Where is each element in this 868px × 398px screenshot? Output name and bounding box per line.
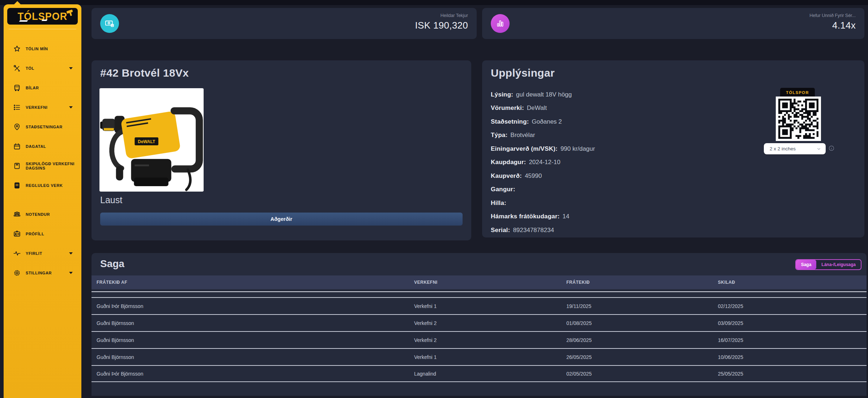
sidebar-item-label: TÓLIN MÍN — [26, 47, 48, 51]
sidebar-divider — [9, 29, 76, 29]
stat-value: ISK 190,320 — [415, 20, 468, 31]
sidebar-item-label: VERKEFNI — [26, 105, 47, 110]
sidebar-item-label: STAÐSETNINGAR — [26, 125, 63, 129]
tool-brand-label: DeWALT — [138, 139, 156, 144]
logo-decoration — [19, 20, 28, 22]
info-fields: Lýsing:gul dewalt 18V högg Vörumerki:DeW… — [491, 88, 595, 237]
sidebar-item-label: PRÓFÍLL — [26, 232, 44, 236]
bus-icon — [13, 84, 21, 92]
tool-status: Laust — [100, 195, 122, 205]
sidebar-item-label: TÓL — [26, 66, 34, 70]
tab-lana-leigusaga[interactable]: Lána-/Leigusaga — [816, 260, 861, 269]
star-icon — [13, 45, 21, 53]
qr-size-select[interactable]: 2 x 2 inches — [764, 143, 826, 154]
book-icon — [13, 181, 21, 189]
info-field: Einingarverð (m/VSK):990 kr/dagur — [491, 142, 595, 156]
history-tabs: Saga Lána-/Leigusaga — [795, 259, 861, 270]
table-row: Guðni Þór BjörnssonLagnalind02/05/202525… — [92, 365, 867, 382]
history-table-header: FRÁTEKIÐ AF VERKEFNI FRÁTEKIÐ SKILAÐ — [92, 275, 867, 289]
tool-title: #42 Brotvél 18Vx — [100, 67, 189, 79]
info-field: Kaupdagur:2024-12-10 — [491, 156, 595, 170]
sidebar-item-bilar[interactable]: BÍLAR — [4, 78, 81, 98]
info-tooltip-icon[interactable] — [828, 145, 835, 151]
cash-icon — [100, 14, 119, 33]
calendar-icon — [13, 142, 21, 150]
tab-saga[interactable]: Saga — [796, 260, 817, 269]
qr-logo-header: TÓLSPOR — [780, 88, 815, 97]
table-row: Guðni BjörnssonVerkefni 201/08/202503/09… — [92, 314, 867, 331]
sidebar-item-stillingar[interactable]: STILLINGAR — [4, 263, 81, 283]
sidebar-item-regluleg-verk[interactable]: REGLULEG VERK — [4, 176, 81, 195]
sidebar: TÓLSPOR TÓLIN MÍN TÓL — [4, 4, 81, 398]
stat-label: Hefur Unnið Fyrir Sér... — [809, 13, 856, 18]
info-field: Týpa:Brotvélar — [491, 129, 595, 142]
app-root: TÓLSPOR TÓLIN MÍN TÓL — [0, 0, 868, 398]
sidebar-item-label: BÍLAR — [26, 86, 39, 90]
info-field: Vörumerki:DeWalt — [491, 102, 595, 115]
sidebar-item-stadsetningar[interactable]: STAÐSETNINGAR — [4, 117, 81, 137]
stat-card-revenue: Heildar Tekjur ISK 190,320 — [92, 8, 477, 39]
history-title: Saga — [100, 258, 124, 270]
info-card: Upplýsingar Lýsing:gul dewalt 18V högg V… — [482, 60, 864, 237]
hammer-icon — [66, 9, 75, 16]
actions-button[interactable]: Aðgerðir — [100, 213, 463, 226]
info-field: Hámarks frátökudagar:14 — [491, 210, 595, 224]
map-pin-icon — [13, 123, 21, 131]
column-header: FRÁTEKIÐ — [566, 280, 718, 285]
logo-decoration — [42, 20, 48, 21]
info-field: Staðsetning:Goðanes 2 — [491, 115, 595, 129]
info-title: Upplýsingar — [491, 67, 555, 79]
qr-code — [776, 97, 821, 141]
history-panel: Saga Saga Lána-/Leigusaga FRÁTEKIÐ AF VE… — [92, 253, 867, 396]
top-strip — [0, 0, 868, 5]
activity-icon — [13, 249, 21, 257]
column-header: SKILAÐ — [718, 280, 867, 285]
info-field: Kaupverð:45990 — [491, 169, 595, 183]
sidebar-item-yfirlit[interactable]: YFIRLIT — [4, 244, 81, 263]
info-field: Lýsing:gul dewalt 18V högg — [491, 88, 595, 102]
sidebar-item-skipulogd-verkefni[interactable]: SKIPULÖGÐ VERKEFNI DAGSINS — [4, 156, 81, 176]
sidebar-item-label: SKIPULÖGÐ VERKEFNI DAGSINS — [26, 162, 81, 170]
stat-card-multiple: Hefur Unnið Fyrir Sér... 4.14x — [482, 8, 864, 39]
stat-value: 4.14x — [809, 20, 856, 31]
sidebar-item-notendur[interactable]: NOTENDUR — [4, 205, 81, 224]
sidebar-item-label: YFIRLIT — [26, 251, 42, 256]
sidebar-item-profill[interactable]: PRÓFÍLL — [4, 224, 81, 244]
column-header: FRÁTEKIÐ AF — [97, 280, 414, 285]
chevron-down-icon — [69, 272, 73, 274]
sidebar-nav: TÓLIN MÍN TÓL BÍLAR VERKEFNI — [4, 39, 81, 283]
sidebar-item-tolin-min[interactable]: TÓLIN MÍN — [4, 39, 81, 59]
history-table-body: Guðni Þór BjörnssonVerkefni 119/11/20250… — [92, 297, 867, 382]
sidebar-item-tol[interactable]: TÓL — [4, 59, 81, 78]
sidebar-item-dagatal[interactable]: DAGATAL — [4, 137, 81, 156]
bar-chart-icon — [491, 14, 510, 33]
column-header: VERKEFNI — [414, 280, 566, 285]
sidebar-item-verkefni[interactable]: VERKEFNI — [4, 98, 81, 117]
gear-icon — [13, 269, 21, 277]
sidebar-item-label: DAGATAL — [26, 144, 46, 149]
app-logo[interactable]: TÓLSPOR — [7, 8, 78, 25]
tools-icon — [13, 64, 21, 72]
table-row: Guðni Þór BjörnssonVerkefni 119/11/20250… — [92, 297, 867, 314]
users-icon — [13, 210, 21, 218]
planner-book-icon — [13, 162, 21, 170]
tool-image: DeWALT — [99, 88, 204, 192]
stat-label: Heildar Tekjur — [415, 13, 468, 18]
sidebar-item-label: REGLULEG VERK — [26, 183, 63, 188]
chevron-down-icon — [816, 146, 821, 151]
sidebar-item-label: NOTENDUR — [26, 212, 50, 217]
chevron-down-icon — [69, 106, 73, 108]
sidebar-item-label: STILLINGAR — [26, 271, 52, 275]
id-card-icon — [13, 230, 21, 238]
list-icon — [13, 103, 21, 111]
table-row: Guðni BjörnssonVerkefni 228/06/202516/07… — [92, 331, 867, 348]
info-field: Gangur: — [491, 183, 595, 197]
table-row: Guðni BjörnssonVerkefni 126/05/202510/06… — [92, 348, 867, 365]
chevron-down-icon — [69, 67, 73, 69]
info-field: Serial:892347878234 — [491, 223, 595, 237]
info-field: Hilla: — [491, 196, 595, 210]
sidebar-notch — [14, 1, 21, 5]
chevron-down-icon — [69, 252, 73, 254]
tool-detail-card: #42 Brotvél 18Vx DeWALT — [92, 60, 471, 240]
table-divider — [92, 291, 867, 292]
